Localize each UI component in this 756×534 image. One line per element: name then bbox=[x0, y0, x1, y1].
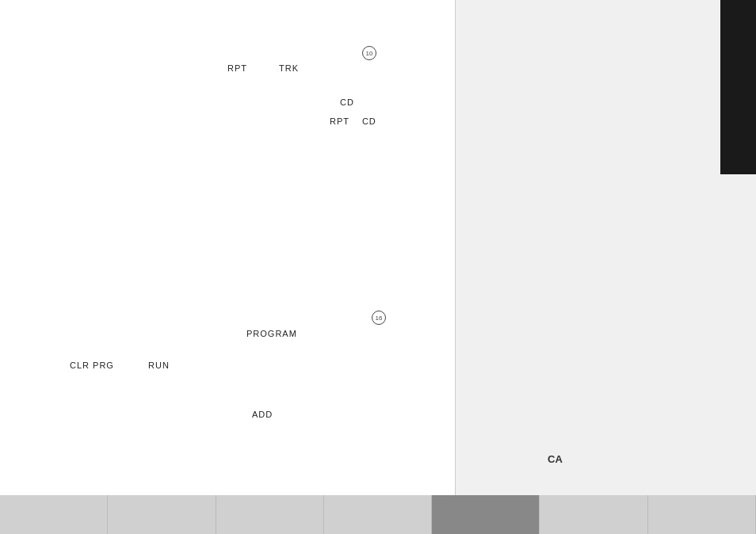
nav-item-7[interactable] bbox=[648, 495, 756, 534]
ca-label: CA bbox=[548, 453, 563, 465]
cd-label-top: CD bbox=[340, 97, 354, 107]
nav-item-6[interactable] bbox=[540, 495, 647, 534]
add-label: ADD bbox=[252, 410, 273, 419]
rpt-label: RPT bbox=[227, 63, 247, 73]
clr-prg-label: CLR PRG bbox=[70, 360, 114, 370]
nav-item-4[interactable] bbox=[324, 495, 432, 534]
nav-item-1[interactable] bbox=[0, 495, 108, 534]
main-content-area: 10 RPT TRK CD RPT CD 16 PROGRAM CLR PRG … bbox=[0, 0, 456, 495]
circle-number-16: 16 bbox=[372, 311, 386, 325]
right-panel: TA 04 ▶ 01:23 i MIX CD SCAN PROGRAM REPE… bbox=[456, 0, 756, 495]
run-label: RUN bbox=[148, 360, 170, 370]
trk-label: TRK bbox=[279, 63, 299, 73]
nav-item-5[interactable] bbox=[432, 495, 540, 534]
black-bar bbox=[720, 0, 756, 174]
rpt-cd-label: RPT CD bbox=[330, 116, 376, 126]
nav-item-3[interactable] bbox=[216, 495, 324, 534]
nav-item-2[interactable] bbox=[108, 495, 216, 534]
program-label: PROGRAM bbox=[246, 329, 297, 338]
circle-number-10: 10 bbox=[362, 46, 376, 60]
bottom-nav bbox=[0, 495, 756, 534]
